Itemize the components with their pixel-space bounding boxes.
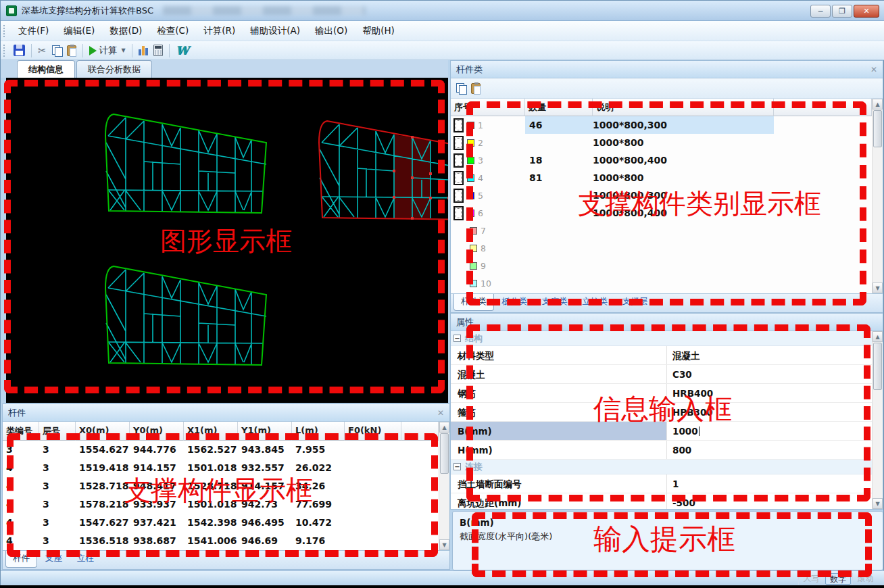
- list-item[interactable]: 51000*800,300: [451, 187, 872, 204]
- tab-category-4[interactable]: 支撑层: [616, 294, 655, 310]
- property-group-header[interactable]: −连接: [451, 460, 872, 474]
- scroll-down-icon[interactable]: ▼: [873, 498, 883, 509]
- category-scrollbar[interactable]: ▲ ▼: [872, 99, 883, 293]
- member-cell: 1519.418: [76, 459, 130, 477]
- table-row[interactable]: 431578.218933.9371501.018942.7377.699: [3, 495, 439, 514]
- copy-button[interactable]: [49, 44, 64, 57]
- member-panel-close-icon[interactable]: ✕: [437, 408, 444, 418]
- paste-button[interactable]: [64, 44, 79, 57]
- property-value-input[interactable]: 混凝土: [667, 346, 872, 364]
- member-scrollbar[interactable]: ▲ ▼: [439, 422, 449, 550]
- tab-member-1[interactable]: 支座: [39, 551, 69, 567]
- property-value-input[interactable]: 1000: [667, 422, 872, 440]
- menu-item-6[interactable]: 输出(O): [308, 22, 355, 41]
- property-row[interactable]: H(mm)800: [451, 441, 872, 460]
- menu-item-0[interactable]: 文件(F): [11, 22, 56, 41]
- category-col-header: 说明: [593, 99, 774, 116]
- category-row-cells: [525, 239, 774, 257]
- color-swatch-icon: [467, 157, 474, 164]
- menu-item-4[interactable]: 计算(R): [196, 22, 243, 41]
- toolbar-separator: [82, 44, 83, 57]
- tab-doc-1[interactable]: 联合分析数据: [76, 60, 152, 78]
- table-row[interactable]: 431528.718948.4171528.718914.15734.26: [3, 477, 439, 495]
- cut-button[interactable]: ✂: [35, 43, 49, 58]
- menu-item-2[interactable]: 数据(D): [102, 22, 149, 41]
- category-description: 1000*800: [593, 137, 774, 148]
- copy-icon[interactable]: [456, 83, 466, 93]
- menu-item-3[interactable]: 检查(C): [149, 22, 196, 41]
- property-scrollbar[interactable]: ▲ ▼: [872, 331, 883, 509]
- property-value-input[interactable]: HRB400: [667, 384, 872, 402]
- menu-item-1[interactable]: 编辑(E): [56, 22, 102, 41]
- property-group-header[interactable]: −结构: [451, 331, 872, 346]
- close-button[interactable]: ✕: [854, 5, 879, 18]
- tab-member-2[interactable]: 立柱: [70, 551, 101, 567]
- collapse-icon[interactable]: −: [453, 335, 461, 342]
- menu-item-7[interactable]: 帮助(H): [355, 22, 402, 41]
- property-group-label: 结构: [465, 333, 483, 345]
- property-value-input[interactable]: HPB300: [667, 403, 872, 421]
- list-item[interactable]: 1461000*800,300: [451, 116, 872, 134]
- chart-button[interactable]: [136, 44, 151, 57]
- member-col-header-filler: [401, 422, 439, 441]
- member-cell: 943.845: [238, 441, 292, 459]
- scroll-thumb[interactable]: [873, 110, 882, 147]
- table-row[interactable]: 431519.418914.1571501.018932.55726.022: [3, 459, 439, 477]
- category-description: 1000*800,400: [593, 155, 774, 166]
- minimize-button[interactable]: ─: [810, 5, 831, 18]
- table-row[interactable]: 331554.627944.7761562.527943.8457.955: [3, 441, 439, 459]
- color-swatch-icon: [467, 210, 474, 217]
- list-item[interactable]: 7: [451, 222, 872, 239]
- property-value-input[interactable]: 800: [667, 441, 872, 459]
- property-row[interactable]: 材料类型混凝土: [451, 346, 872, 365]
- category-row-number: 10: [481, 278, 491, 289]
- scroll-thumb[interactable]: [440, 433, 449, 474]
- scroll-down-icon[interactable]: ▼: [873, 283, 883, 293]
- tab-category-0[interactable]: 杆件类: [453, 294, 494, 311]
- tab-doc-0[interactable]: 结构信息: [17, 60, 75, 78]
- property-value-input[interactable]: C30: [667, 365, 872, 383]
- property-row[interactable]: 箍筋HPB300: [451, 403, 872, 422]
- scroll-thumb[interactable]: [873, 343, 882, 390]
- tab-category-2[interactable]: 支座类: [535, 294, 574, 310]
- member-cell-filler: [401, 477, 439, 495]
- property-row[interactable]: 混凝土C30: [451, 365, 872, 384]
- menu-item-5[interactable]: 辅助设计(A): [243, 22, 308, 41]
- paste-icon[interactable]: [471, 83, 481, 94]
- scroll-up-icon[interactable]: ▲: [439, 422, 449, 433]
- list-item[interactable]: 4811000*800: [451, 169, 872, 187]
- calculator-button[interactable]: [151, 43, 166, 57]
- restore-button[interactable]: ❐: [832, 5, 852, 18]
- scroll-up-icon[interactable]: ▲: [873, 99, 883, 109]
- scroll-down-icon[interactable]: ▼: [439, 539, 449, 550]
- property-row[interactable]: B(mm)1000: [451, 422, 872, 441]
- property-value-input[interactable]: -500: [667, 493, 872, 509]
- list-item[interactable]: 3181000*800,400: [451, 151, 872, 169]
- calculate-button[interactable]: 计算 ▼: [87, 43, 128, 58]
- category-panel-close-icon[interactable]: ✕: [870, 65, 877, 74]
- chevron-down-icon: ▼: [122, 47, 126, 53]
- property-row[interactable]: 离坑边距(mm)-500: [451, 493, 872, 509]
- scroll-up-icon[interactable]: ▲: [873, 331, 883, 342]
- table-row[interactable]: 431536.518938.6871541.006946.699.176: [3, 532, 439, 550]
- list-item[interactable]: 61000*800,400: [451, 204, 872, 222]
- tab-member-0[interactable]: 杆件: [5, 551, 37, 568]
- list-item[interactable]: 21000*800: [451, 134, 872, 151]
- list-item[interactable]: 9: [451, 257, 872, 274]
- tab-category-3[interactable]: 立柱类: [576, 294, 615, 310]
- collapse-icon[interactable]: −: [453, 463, 461, 470]
- tab-category-1[interactable]: 板分类: [495, 294, 535, 310]
- category-row-iconzone: 6: [451, 206, 525, 220]
- property-value-input[interactable]: 1: [667, 474, 872, 493]
- save-button[interactable]: [11, 43, 28, 57]
- word-export-button[interactable]: W: [173, 43, 191, 59]
- graphics-canvas[interactable]: [6, 78, 448, 403]
- member-cell: 3: [39, 495, 76, 514]
- member-cell: 938.687: [130, 532, 184, 550]
- member-cell: [345, 441, 401, 459]
- table-row[interactable]: 431547.627937.4211542.398946.49510.472: [3, 514, 439, 532]
- list-item[interactable]: 10: [451, 274, 872, 292]
- list-item[interactable]: 8: [451, 239, 872, 257]
- property-row[interactable]: 挡土墙断面编号1: [451, 474, 872, 493]
- property-row[interactable]: 钢筋HRB400: [451, 384, 872, 403]
